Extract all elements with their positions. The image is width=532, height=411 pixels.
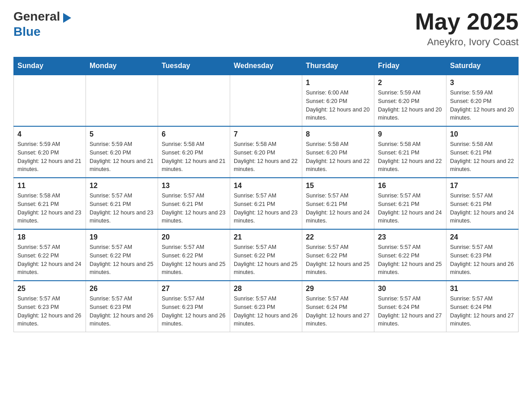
calendar-cell: 28Sunrise: 5:57 AMSunset: 6:23 PMDayligh… bbox=[230, 281, 302, 332]
calendar-header-saturday: Saturday bbox=[446, 57, 519, 75]
day-number: 9 bbox=[378, 130, 442, 138]
day-number: 25 bbox=[17, 285, 82, 293]
day-number: 26 bbox=[90, 285, 154, 293]
day-number: 28 bbox=[234, 285, 298, 293]
day-info: Sunrise: 5:58 AMSunset: 6:20 PMDaylight:… bbox=[234, 140, 298, 174]
calendar-week-row: 25Sunrise: 5:57 AMSunset: 6:23 PMDayligh… bbox=[14, 281, 519, 332]
day-number: 30 bbox=[378, 285, 442, 293]
day-info: Sunrise: 5:58 AMSunset: 6:20 PMDaylight:… bbox=[306, 140, 370, 174]
calendar-cell: 19Sunrise: 5:57 AMSunset: 6:22 PMDayligh… bbox=[86, 229, 158, 281]
day-info: Sunrise: 5:57 AMSunset: 6:21 PMDaylight:… bbox=[162, 192, 226, 225]
day-info: Sunrise: 5:57 AMSunset: 6:21 PMDaylight:… bbox=[306, 192, 370, 225]
day-number: 23 bbox=[378, 233, 442, 241]
day-info: Sunrise: 5:59 AMSunset: 6:20 PMDaylight:… bbox=[378, 89, 442, 122]
day-info: Sunrise: 5:57 AMSunset: 6:21 PMDaylight:… bbox=[378, 192, 442, 225]
month-year-title: May 2025 bbox=[415, 9, 519, 34]
day-info: Sunrise: 5:58 AMSunset: 6:20 PMDaylight:… bbox=[162, 140, 226, 174]
calendar-cell: 10Sunrise: 5:58 AMSunset: 6:21 PMDayligh… bbox=[446, 126, 519, 178]
logo: General Blue bbox=[13, 9, 71, 39]
day-number: 3 bbox=[450, 79, 515, 87]
logo-general: General bbox=[13, 9, 60, 23]
day-number: 4 bbox=[17, 130, 82, 138]
title-area: May 2025 Aneykro, Ivory Coast bbox=[415, 9, 519, 48]
day-info: Sunrise: 5:57 AMSunset: 6:23 PMDaylight:… bbox=[90, 295, 154, 328]
calendar-header-friday: Friday bbox=[374, 57, 446, 75]
day-info: Sunrise: 5:58 AMSunset: 6:21 PMDaylight:… bbox=[450, 140, 515, 174]
calendar-header-wednesday: Wednesday bbox=[230, 57, 302, 75]
day-number: 14 bbox=[234, 182, 298, 190]
logo-arrow-icon bbox=[63, 13, 71, 23]
day-info: Sunrise: 5:57 AMSunset: 6:22 PMDaylight:… bbox=[234, 243, 298, 277]
day-number: 12 bbox=[90, 182, 154, 190]
day-info: Sunrise: 5:59 AMSunset: 6:20 PMDaylight:… bbox=[450, 89, 515, 122]
day-number: 17 bbox=[450, 182, 515, 190]
day-number: 16 bbox=[378, 182, 442, 190]
calendar-cell: 17Sunrise: 5:57 AMSunset: 6:21 PMDayligh… bbox=[446, 178, 519, 229]
calendar-cell: 1Sunrise: 6:00 AMSunset: 6:20 PMDaylight… bbox=[302, 75, 374, 126]
day-info: Sunrise: 5:57 AMSunset: 6:22 PMDaylight:… bbox=[306, 243, 370, 277]
calendar-cell: 13Sunrise: 5:57 AMSunset: 6:21 PMDayligh… bbox=[158, 178, 230, 229]
day-info: Sunrise: 5:57 AMSunset: 6:24 PMDaylight:… bbox=[450, 295, 515, 328]
day-number: 2 bbox=[378, 79, 442, 87]
calendar-header-tuesday: Tuesday bbox=[158, 57, 230, 75]
calendar-header-sunday: Sunday bbox=[14, 57, 86, 75]
day-number: 6 bbox=[162, 130, 226, 138]
day-number: 10 bbox=[450, 130, 515, 138]
calendar-cell: 30Sunrise: 5:57 AMSunset: 6:24 PMDayligh… bbox=[374, 281, 446, 332]
day-number: 8 bbox=[306, 130, 370, 138]
calendar-cell bbox=[158, 75, 230, 126]
calendar-cell bbox=[230, 75, 302, 126]
calendar-cell: 11Sunrise: 5:58 AMSunset: 6:21 PMDayligh… bbox=[14, 178, 86, 229]
day-info: Sunrise: 5:58 AMSunset: 6:21 PMDaylight:… bbox=[378, 140, 442, 174]
day-number: 11 bbox=[17, 182, 82, 190]
calendar-cell: 8Sunrise: 5:58 AMSunset: 6:20 PMDaylight… bbox=[302, 126, 374, 178]
calendar-cell: 5Sunrise: 5:59 AMSunset: 6:20 PMDaylight… bbox=[86, 126, 158, 178]
day-info: Sunrise: 5:59 AMSunset: 6:20 PMDaylight:… bbox=[90, 140, 154, 174]
calendar-cell bbox=[14, 75, 86, 126]
page-header: General Blue May 2025 Aneykro, Ivory Coa… bbox=[13, 9, 519, 48]
day-info: Sunrise: 5:57 AMSunset: 6:24 PMDaylight:… bbox=[378, 295, 442, 328]
day-info: Sunrise: 5:57 AMSunset: 6:22 PMDaylight:… bbox=[162, 243, 226, 277]
day-number: 18 bbox=[17, 233, 82, 241]
calendar-week-row: 11Sunrise: 5:58 AMSunset: 6:21 PMDayligh… bbox=[14, 178, 519, 229]
day-number: 24 bbox=[450, 233, 515, 241]
day-info: Sunrise: 5:57 AMSunset: 6:21 PMDaylight:… bbox=[450, 192, 515, 225]
calendar-header-thursday: Thursday bbox=[302, 57, 374, 75]
calendar-header-row: SundayMondayTuesdayWednesdayThursdayFrid… bbox=[14, 57, 519, 75]
day-info: Sunrise: 5:59 AMSunset: 6:20 PMDaylight:… bbox=[17, 140, 82, 174]
calendar-cell: 27Sunrise: 5:57 AMSunset: 6:23 PMDayligh… bbox=[158, 281, 230, 332]
day-number: 22 bbox=[306, 233, 370, 241]
day-number: 15 bbox=[306, 182, 370, 190]
calendar-cell: 6Sunrise: 5:58 AMSunset: 6:20 PMDaylight… bbox=[158, 126, 230, 178]
day-number: 20 bbox=[162, 233, 226, 241]
day-number: 13 bbox=[162, 182, 226, 190]
day-info: Sunrise: 5:58 AMSunset: 6:21 PMDaylight:… bbox=[17, 192, 82, 225]
day-info: Sunrise: 5:57 AMSunset: 6:22 PMDaylight:… bbox=[17, 243, 82, 277]
day-number: 1 bbox=[306, 79, 370, 87]
calendar-week-row: 1Sunrise: 6:00 AMSunset: 6:20 PMDaylight… bbox=[14, 75, 519, 126]
calendar-cell: 22Sunrise: 5:57 AMSunset: 6:22 PMDayligh… bbox=[302, 229, 374, 281]
calendar-week-row: 18Sunrise: 5:57 AMSunset: 6:22 PMDayligh… bbox=[14, 229, 519, 281]
calendar-cell: 2Sunrise: 5:59 AMSunset: 6:20 PMDaylight… bbox=[374, 75, 446, 126]
calendar-cell bbox=[86, 75, 158, 126]
calendar-cell: 4Sunrise: 5:59 AMSunset: 6:20 PMDaylight… bbox=[14, 126, 86, 178]
calendar-cell: 26Sunrise: 5:57 AMSunset: 6:23 PMDayligh… bbox=[86, 281, 158, 332]
calendar-cell: 31Sunrise: 5:57 AMSunset: 6:24 PMDayligh… bbox=[446, 281, 519, 332]
calendar-table: SundayMondayTuesdayWednesdayThursdayFrid… bbox=[13, 57, 519, 332]
calendar-cell: 23Sunrise: 5:57 AMSunset: 6:22 PMDayligh… bbox=[374, 229, 446, 281]
calendar-cell: 21Sunrise: 5:57 AMSunset: 6:22 PMDayligh… bbox=[230, 229, 302, 281]
calendar-cell: 9Sunrise: 5:58 AMSunset: 6:21 PMDaylight… bbox=[374, 126, 446, 178]
day-info: Sunrise: 5:57 AMSunset: 6:23 PMDaylight:… bbox=[234, 295, 298, 328]
calendar-cell: 12Sunrise: 5:57 AMSunset: 6:21 PMDayligh… bbox=[86, 178, 158, 229]
calendar-week-row: 4Sunrise: 5:59 AMSunset: 6:20 PMDaylight… bbox=[14, 126, 519, 178]
day-info: Sunrise: 5:57 AMSunset: 6:23 PMDaylight:… bbox=[162, 295, 226, 328]
logo-blue: Blue bbox=[13, 25, 41, 39]
day-number: 5 bbox=[90, 130, 154, 138]
day-number: 19 bbox=[90, 233, 154, 241]
day-info: Sunrise: 5:57 AMSunset: 6:21 PMDaylight:… bbox=[234, 192, 298, 225]
calendar-cell: 3Sunrise: 5:59 AMSunset: 6:20 PMDaylight… bbox=[446, 75, 519, 126]
calendar-cell: 16Sunrise: 5:57 AMSunset: 6:21 PMDayligh… bbox=[374, 178, 446, 229]
calendar-cell: 18Sunrise: 5:57 AMSunset: 6:22 PMDayligh… bbox=[14, 229, 86, 281]
day-info: Sunrise: 6:00 AMSunset: 6:20 PMDaylight:… bbox=[306, 89, 370, 122]
day-info: Sunrise: 5:57 AMSunset: 6:21 PMDaylight:… bbox=[90, 192, 154, 225]
